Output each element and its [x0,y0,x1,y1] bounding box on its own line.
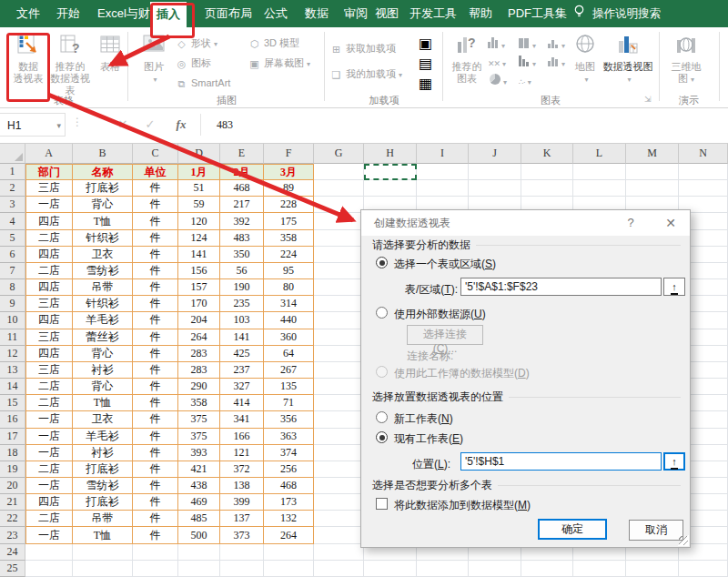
cell-D3[interactable]: 59 [178,197,220,213]
row-header-4[interactable]: 4 [0,213,25,229]
cell-A3[interactable]: 一店 [25,197,73,213]
cell-B14[interactable]: 背心 [73,379,133,395]
radio-workbook-data-model[interactable] [376,366,388,378]
cell-E11[interactable]: 141 [220,329,264,346]
cell-G4[interactable] [314,213,364,229]
row-header-10[interactable]: 10 [0,312,25,329]
row-header-14[interactable]: 14 [0,379,25,395]
formula-bar-grip[interactable]: ⋮ [72,116,83,128]
cell-F16[interactable]: 356 [264,411,314,428]
cell-D6[interactable]: 141 [178,247,220,263]
cell-E16[interactable]: 341 [220,411,264,428]
shapes-button[interactable]: ◇形状▾ [175,35,217,51]
row-header-17[interactable]: 17 [0,429,25,445]
row-header-23[interactable]: 23 [0,527,25,543]
cell-C20[interactable]: 件 [133,478,178,494]
cell-F9[interactable]: 314 [264,296,314,312]
cell-K25[interactable] [521,561,573,577]
my-addins-button[interactable]: ❑我的加载项▾ [329,66,402,82]
row-header-24[interactable]: 24 [0,544,25,561]
cell-D7[interactable]: 156 [178,263,220,279]
cell-E15[interactable]: 414 [220,395,264,411]
cell-F19[interactable]: 256 [264,461,314,478]
column-header-H[interactable]: H [364,144,417,164]
column-header-A[interactable]: A [25,144,73,164]
cell-B2[interactable]: 打底衫 [73,180,133,197]
hierarchy-chart-button[interactable]: ▾ [548,35,570,52]
cell-N2[interactable] [679,180,728,197]
pivotchart-button[interactable]: 数据透视图 ▾ [601,33,655,86]
cell-G19[interactable] [314,461,364,478]
cell-C1[interactable]: 单位 [133,164,178,180]
column-header-C[interactable]: C [133,144,178,164]
cell-D25[interactable] [178,561,220,577]
cell-G9[interactable] [314,296,364,312]
row-header-25[interactable]: 25 [0,561,25,577]
map-chart-button[interactable]: 地图 ▾ [570,33,601,86]
cell-G24[interactable] [314,544,364,561]
icons-button[interactable]: ◎图标 [175,55,211,71]
cell-A21[interactable]: 四店 [25,494,73,511]
cell-L1[interactable] [573,164,626,180]
cell-I1[interactable] [417,164,469,180]
column-header-M[interactable]: M [626,144,679,164]
cell-E14[interactable]: 327 [220,379,264,395]
combo-chart-button[interactable]: ▾ [548,54,570,70]
cell-B25[interactable] [73,561,133,577]
dialog-title-bar[interactable]: 创建数据透视表 ? ✕ [361,210,690,236]
cell-G12[interactable] [314,346,364,362]
cell-F4[interactable]: 175 [264,213,314,229]
cell-B10[interactable]: 羊毛衫 [73,312,133,329]
column-header-B[interactable]: B [73,144,133,164]
cell-F21[interactable]: 173 [264,494,314,511]
cell-C5[interactable]: 件 [133,230,178,247]
cell-B20[interactable]: 雪纺衫 [73,478,133,494]
cell-G21[interactable] [314,494,364,511]
cell-F8[interactable]: 80 [264,279,314,296]
location-range-picker-button[interactable]: ↑ [663,452,685,471]
cell-F24[interactable] [264,544,314,561]
row-header-3[interactable]: 3 [0,197,25,213]
cell-B12[interactable]: 背心 [73,346,133,362]
cell-A12[interactable]: 四店 [25,346,73,362]
get-addins-button[interactable]: ⊞获取加载项 [329,40,396,56]
cell-E6[interactable]: 350 [220,247,264,263]
cell-E23[interactable]: 373 [220,527,264,543]
cell-D15[interactable]: 358 [178,395,220,411]
cell-H25[interactable] [364,561,417,577]
cell-C16[interactable]: 件 [133,411,178,428]
pivottable-button[interactable]: 数据 透视表 [7,33,49,85]
radio-external-source[interactable] [376,307,388,319]
cell-E18[interactable]: 121 [220,445,264,461]
cell-D4[interactable]: 120 [178,213,220,229]
cell-F14[interactable]: 135 [264,379,314,395]
cell-B22[interactable]: 吊带 [73,511,133,527]
cell-G13[interactable] [314,362,364,379]
row-header-11[interactable]: 11 [0,329,25,346]
cell-A25[interactable] [25,561,73,577]
charts-dialog-launcher[interactable]: ⇲ [644,95,652,104]
cell-G3[interactable] [314,197,364,213]
cell-A16[interactable]: 一店 [25,411,73,428]
row-header-12[interactable]: 12 [0,346,25,362]
cell-E19[interactable]: 372 [220,461,264,478]
cell-G14[interactable] [314,379,364,395]
column-header-K[interactable]: K [521,144,573,164]
cell-D8[interactable]: 157 [178,279,220,296]
cell-B1[interactable]: 名称 [73,164,133,180]
cell-E1[interactable]: 2月 [220,164,264,180]
pie-chart-button[interactable]: ▾ [490,72,511,88]
ribbon-tab-10[interactable]: 开发工具 [403,0,463,27]
ribbon-tab-9[interactable]: 视图 [369,0,405,27]
cell-D22[interactable]: 485 [178,511,220,527]
cell-K2[interactable] [521,180,573,197]
addin-mini-icon-3[interactable]: ▦ [419,75,440,91]
row-header-2[interactable]: 2 [0,180,25,197]
row-header-5[interactable]: 5 [0,230,25,247]
ribbon-tab-11[interactable]: 帮助 [462,0,499,27]
choose-connection-button[interactable]: 选择连接(C)... [407,325,483,345]
cell-N25[interactable] [679,561,728,577]
cell-E4[interactable]: 392 [220,213,264,229]
cell-D1[interactable]: 1月 [178,164,220,180]
cell-E17[interactable]: 166 [220,429,264,445]
